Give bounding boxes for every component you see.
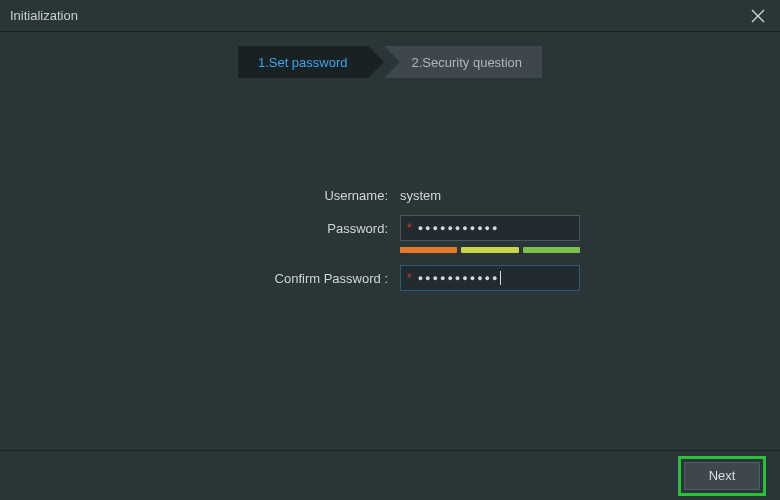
row-confirm-password: Confirm Password : * ●●●●●●●●●●●	[200, 265, 580, 291]
password-masked-value: ●●●●●●●●●●●	[418, 223, 500, 233]
username-label: Username:	[200, 188, 400, 203]
text-caret-icon	[500, 271, 501, 285]
footer-bar: Next	[0, 450, 780, 500]
required-asterisk-icon: *	[407, 221, 412, 235]
close-icon	[751, 9, 765, 23]
row-password: Password: * ●●●●●●●●●●●	[200, 215, 580, 241]
title-bar: Initialization	[0, 0, 780, 32]
confirm-password-label: Confirm Password :	[200, 271, 400, 286]
password-input[interactable]: * ●●●●●●●●●●●	[400, 215, 580, 241]
password-strength-meter	[400, 247, 580, 255]
strength-segment-medium	[461, 247, 518, 253]
strength-segment-strong	[523, 247, 580, 253]
content-area: 1.Set password 2.Security question Usern…	[0, 46, 780, 464]
next-button-highlight: Next	[678, 456, 766, 496]
next-button-label: Next	[709, 468, 736, 483]
close-button[interactable]	[746, 4, 770, 28]
row-username: Username: system	[200, 188, 580, 203]
username-value: system	[400, 188, 580, 203]
next-button[interactable]: Next	[684, 462, 760, 490]
tab-label: 1.Set password	[258, 55, 348, 70]
password-label: Password:	[200, 221, 400, 236]
window-title: Initialization	[10, 8, 78, 23]
tab-set-password[interactable]: 1.Set password	[238, 46, 368, 78]
confirm-password-masked-value: ●●●●●●●●●●●	[418, 273, 500, 283]
strength-segment-weak	[400, 247, 457, 253]
init-form: Username: system Password: * ●●●●●●●●●●●…	[0, 188, 780, 303]
step-tabs: 1.Set password 2.Security question	[0, 46, 780, 78]
tab-label: 2.Security question	[412, 55, 523, 70]
required-asterisk-icon: *	[407, 271, 412, 285]
confirm-password-input[interactable]: * ●●●●●●●●●●●	[400, 265, 580, 291]
tab-security-question[interactable]: 2.Security question	[384, 46, 543, 78]
